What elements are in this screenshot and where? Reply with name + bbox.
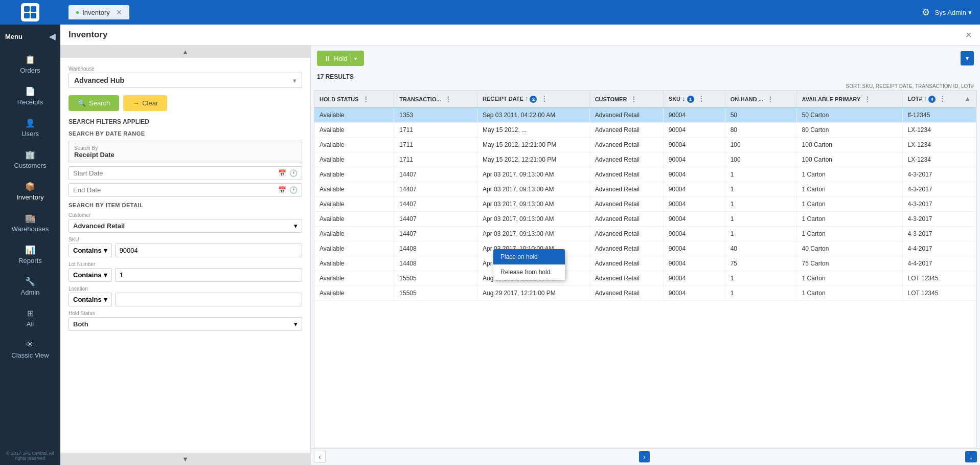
user-label: Sys Admin <box>935 9 966 16</box>
table-row[interactable]: Available1353Sep 03 2011, 04:22:00 AMAdv… <box>314 107 976 123</box>
menu-toggle-icon[interactable]: ◀ <box>49 32 55 41</box>
search-button[interactable]: 🔍 Search <box>69 95 119 111</box>
table-cell: Advanced Retail <box>589 227 663 241</box>
date-range-title: SEARCH BY DATE RANGE <box>69 130 302 137</box>
inventory-tab[interactable]: ● Inventory ✕ <box>69 5 129 19</box>
table-cell: Advanced Retail <box>589 152 663 167</box>
svg-rect-2 <box>24 13 30 18</box>
end-date-input[interactable] <box>73 186 278 194</box>
inventory-table: HOLD STATUS ⋮ TRANSACTIO... ⋮ RECEIPT DA… <box>314 91 976 301</box>
sidebar-item-reports[interactable]: 📊 Reports <box>0 239 60 271</box>
scroll-left-btn[interactable]: ‹ <box>314 451 326 463</box>
table-row[interactable]: Available1711May 15 2012, 12:21:00 PMAdv… <box>314 138 976 152</box>
calendar-icon[interactable]: 📅 <box>278 169 286 177</box>
col-customer-menu-icon[interactable]: ⋮ <box>630 95 637 103</box>
table-row[interactable]: Available14408Apr 03 2017, 10:10:00 AMAd… <box>314 256 976 271</box>
scroll-up-arrow[interactable]: ▲ <box>60 46 310 58</box>
end-clock-icon[interactable]: 🕐 <box>289 186 298 194</box>
scroll-right-btn[interactable]: › <box>639 451 650 462</box>
sidebar-item-admin[interactable]: 🔧 Admin <box>0 271 60 302</box>
customer-select[interactable]: Advanced Retail ▾ <box>69 219 302 233</box>
end-calendar-icon[interactable]: 📅 <box>278 186 286 194</box>
table-row[interactable]: Available1711May 15 2012, ...Advanced Re… <box>314 123 976 138</box>
settings-icon[interactable]: ⚙ <box>922 7 930 18</box>
table-row[interactable]: Available1711May 15 2012, 12:21:00 PMAdv… <box>314 152 976 167</box>
table-cell: 90004 <box>663 286 725 301</box>
hold-button[interactable]: ⏸ Hold ▾ <box>317 51 364 66</box>
table-cell: 40 <box>725 241 796 256</box>
location-filter-select[interactable]: Contains ▾ <box>69 293 112 306</box>
table-cell: Advanced Retail <box>589 256 663 271</box>
sidebar-item-all[interactable]: ⊞ All <box>0 302 60 334</box>
scroll-down-arrow[interactable]: ▼ <box>60 453 310 465</box>
hold-status-select[interactable]: Both ▾ <box>69 317 302 331</box>
warehouse-select[interactable]: Advanced Hub ▾ <box>69 73 302 88</box>
table-row[interactable]: Available14407Apr 03 2017, 09:13:00 AMAd… <box>314 197 976 212</box>
hold-icon: ⏸ <box>324 55 331 62</box>
sidebar-item-users[interactable]: 👤 Users <box>0 112 60 144</box>
table-cell: Sep 03 2011, 04:22:00 AM <box>477 107 590 123</box>
col-on-hand-menu-icon[interactable]: ⋮ <box>767 95 773 103</box>
location-filter-icon: ▾ <box>104 296 107 303</box>
tab-close-icon[interactable]: ✕ <box>116 8 122 16</box>
menu-label: Menu <box>5 33 22 40</box>
scroll-down-btn[interactable]: ↓ <box>965 451 977 462</box>
scroll-handle[interactable]: ▲ <box>964 95 971 102</box>
col-receipt-date-menu-icon[interactable]: ⋮ <box>541 95 548 102</box>
table-row[interactable]: Available14407Apr 03 2017, 09:13:00 AMAd… <box>314 212 976 227</box>
page-close-icon[interactable]: ✕ <box>965 30 972 40</box>
table-row[interactable]: Available14407Apr 03 2017, 09:13:00 AMAd… <box>314 182 976 197</box>
table-cell: 90004 <box>663 197 725 212</box>
results-count: 17 RESULTS <box>311 71 980 82</box>
sidebar-item-warehouses[interactable]: 🏬 Warehouses <box>0 207 60 239</box>
table-row[interactable]: Available15505Aug 29 2017, 12:21:00 PMAd… <box>314 286 976 301</box>
table-cell: 4-3-2017 <box>902 167 976 182</box>
svg-rect-0 <box>24 6 30 12</box>
applied-filters-label: SEARCH FILTERS APPLIED <box>69 118 302 125</box>
location-value-input[interactable] <box>115 293 302 306</box>
table-cell: 1353 <box>394 107 477 123</box>
table-row[interactable]: Available14408Apr 03 2017, 10:10:00 AMAd… <box>314 241 976 256</box>
col-lot-menu-icon[interactable]: ⋮ <box>939 95 946 102</box>
sidebar-item-customers[interactable]: 🏢 Customers <box>0 144 60 175</box>
col-sku-menu-icon[interactable]: ⋮ <box>698 95 704 102</box>
menu-header: Menu ◀ <box>0 25 60 49</box>
sidebar-item-receipts[interactable]: 📄 Receipts <box>0 80 60 112</box>
start-date-input[interactable] <box>73 169 278 177</box>
lot-value-input[interactable] <box>115 268 302 282</box>
col-menu-icon[interactable]: ⋮ <box>445 95 451 103</box>
table-row[interactable]: Available14407Apr 03 2017, 09:13:00 AMAd… <box>314 227 976 241</box>
col-customer: CUSTOMER ⋮ <box>589 91 663 107</box>
sidebar-item-inventory[interactable]: 📦 Inventory <box>0 175 60 207</box>
blue-caret-button[interactable]: ▾ <box>961 51 974 65</box>
sidebar-orders-label: Orders <box>20 67 40 74</box>
end-date-row: 📅 🕐 <box>69 183 302 197</box>
table-cell: Apr 03 2017, 09:13:00 AM <box>477 227 590 241</box>
col-available-menu-icon[interactable]: ⋮ <box>864 95 871 103</box>
place-on-hold-item[interactable]: Place on hold <box>493 249 565 264</box>
sidebar-item-classic[interactable]: 👁 Classic View <box>0 334 60 365</box>
table-cell: Available <box>314 212 394 227</box>
table-cell: 1711 <box>394 152 477 167</box>
clear-button[interactable]: → Clear <box>123 95 167 111</box>
clock-icon[interactable]: 🕐 <box>289 169 298 177</box>
hold-caret-icon[interactable]: ▾ <box>354 56 357 61</box>
table-row[interactable]: Available14407Apr 03 2017, 09:13:00 AMAd… <box>314 167 976 182</box>
sidebar-item-orders[interactable]: 📋 Orders <box>0 49 60 80</box>
orders-icon: 📋 <box>25 55 35 64</box>
col-menu-icon[interactable]: ⋮ <box>362 95 369 103</box>
clear-btn-label: Clear <box>142 99 158 107</box>
customer-value: Advanced Retail <box>73 222 125 230</box>
hold-status-row: Hold Status Both ▾ <box>69 311 302 331</box>
lot-filter-select[interactable]: Contains ▾ <box>69 268 112 282</box>
table-cell: 100 <box>725 152 796 167</box>
table-row[interactable]: Available15505Aug 29 2017, 12:21:00 PMAd… <box>314 271 976 286</box>
sku-filter-select[interactable]: Contains ▾ <box>69 243 112 257</box>
release-from-hold-item[interactable]: Release from hold <box>493 264 565 280</box>
user-menu[interactable]: Sys Admin ▾ <box>935 9 972 16</box>
warehouse-value: Advanced Hub <box>74 76 124 84</box>
table-cell: 90004 <box>663 138 725 152</box>
table-cell: 1 <box>725 167 796 182</box>
sku-value-input[interactable] <box>115 243 302 257</box>
table-cell: 90004 <box>663 123 725 138</box>
